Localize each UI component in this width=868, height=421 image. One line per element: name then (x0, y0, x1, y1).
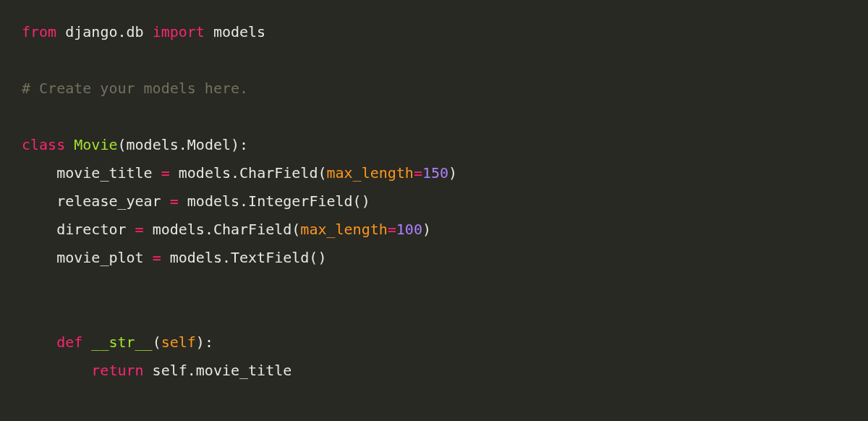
equals-operator: = (135, 221, 144, 238)
paren-open: ( (153, 333, 161, 351)
module-name: django.db (56, 23, 152, 41)
keyword-def: def (56, 333, 82, 351)
paren-close: ) (422, 221, 431, 238)
code-line: # Create your models here. (22, 75, 846, 103)
paren-open: ( (117, 136, 126, 153)
function-name: __str__ (91, 333, 152, 351)
paren-close: ) (448, 164, 457, 182)
space (82, 333, 91, 351)
indent (22, 249, 56, 266)
expression: self.movie_title (144, 362, 292, 379)
param-name: max_length (300, 221, 387, 238)
number-literal: 150 (422, 164, 448, 182)
variable-name: director (56, 221, 135, 238)
code-editor[interactable]: from django.db import models # Create yo… (22, 18, 846, 385)
indent (22, 164, 56, 182)
keyword-import: import (153, 23, 205, 41)
code-line: return self.movie_title (22, 357, 846, 385)
empty-line (22, 300, 846, 328)
equals-operator: = (153, 249, 161, 266)
equals-operator: = (388, 221, 396, 238)
space (65, 136, 74, 153)
function-call: models.IntegerField() (179, 192, 370, 210)
variable-name: movie_plot (56, 249, 152, 266)
keyword-return: return (91, 362, 143, 379)
code-line: class Movie(models.Model): (22, 131, 846, 159)
code-line: movie_title = models.CharField(max_lengt… (22, 159, 846, 187)
function-call: models.CharField( (170, 164, 327, 182)
code-line: from django.db import models (22, 18, 846, 46)
code-line: director = models.CharField(max_length=1… (22, 216, 846, 244)
empty-line (22, 103, 846, 131)
comment-text: # Create your models here. (22, 80, 248, 97)
keyword-from: from (22, 23, 56, 41)
equals-operator: = (170, 192, 179, 210)
colon: : (205, 333, 213, 351)
variable-name: release_year (56, 192, 170, 210)
paren-close: ) (196, 333, 205, 351)
code-line: release_year = models.IntegerField() (22, 187, 846, 216)
code-line: def __str__(self): (22, 328, 846, 357)
keyword-class: class (22, 136, 65, 153)
empty-line (22, 46, 846, 75)
equals-operator: = (161, 164, 170, 182)
class-name: Movie (74, 136, 117, 153)
import-name: models (205, 23, 265, 41)
base-class: models.Model (127, 136, 231, 153)
empty-line (22, 272, 846, 300)
paren-close: ) (231, 136, 239, 153)
variable-name: movie_title (56, 164, 161, 182)
number-literal: 100 (396, 221, 422, 238)
code-line: movie_plot = models.TextField() (22, 244, 846, 272)
equals-operator: = (414, 164, 422, 182)
param-self: self (161, 333, 196, 351)
indent (22, 333, 56, 351)
indent (22, 192, 56, 210)
param-name: max_length (326, 164, 413, 182)
indent (22, 221, 56, 238)
indent (22, 362, 91, 379)
colon: : (239, 136, 248, 153)
function-call: models.TextField() (161, 249, 327, 266)
function-call: models.CharField( (144, 221, 301, 238)
